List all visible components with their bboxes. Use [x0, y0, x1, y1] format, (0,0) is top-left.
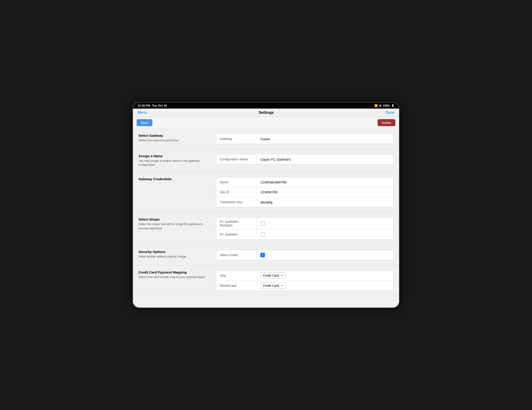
done-button[interactable]: Done [385, 110, 394, 115]
select-shops-section: Select Shops Select the shops that will … [133, 213, 399, 245]
section-title-shops: Select Shops [138, 217, 210, 221]
status-left: 12:38 PM Tue Oct 18 [138, 104, 167, 107]
cred-siteid-label: Site ID [216, 188, 257, 196]
nav-bar: Menu Settings Done [133, 109, 399, 117]
cred-siteid-input[interactable] [257, 188, 393, 196]
section-label-name: Assign a Name You may assign a unique na… [138, 154, 210, 167]
visa-row: Visa Credit Card Debit Card Gift Card [216, 270, 393, 281]
section-label-shops: Select Shops Select the shops that will … [138, 217, 210, 230]
config-name-row: Configuration Name [216, 154, 393, 164]
config-name-label: Configuration Name [216, 155, 257, 163]
save-button[interactable]: Save [137, 119, 152, 126]
cred-txkey-row: Transaction Key [216, 197, 393, 207]
gateway-field-value: Cayan [257, 135, 393, 143]
battery-percent: 100% [383, 104, 390, 107]
shop-rockport-checkbox-container [257, 219, 393, 228]
section-title-security: Security Options [138, 250, 210, 254]
allow-credits-checkbox[interactable] [260, 253, 265, 257]
shop-garfields-row: FC Garfield's [216, 230, 393, 240]
status-bar: 12:38 PM Tue Oct 18 📶 ⊕ 100% 🔋 [133, 102, 399, 109]
mastercard-row: MasterCard Credit Card Debit Card Gift C… [216, 281, 393, 291]
date-display: Tue Oct 18 [152, 104, 167, 107]
section-label-gateway: Select Gateway Select your payment proce… [138, 134, 210, 142]
nav-title: Settings [258, 110, 274, 115]
section-desc-name: You may assign a unique name to this gat… [138, 159, 210, 167]
allow-credits-checkbox-container [257, 251, 393, 260]
status-right: 📶 ⊕ 100% 🔋 [374, 104, 394, 107]
shop-garfields-checkbox[interactable] [260, 232, 265, 237]
gateway-field-row: Gateway Cayan [216, 134, 393, 144]
time-display: 12:38 PM [138, 104, 150, 107]
credentials-fields: Name Site ID Transaction Key [216, 177, 394, 207]
shop-garfields-checkbox-container [257, 230, 393, 239]
select-gateway-section: Select Gateway Select your payment proce… [133, 129, 399, 149]
main-content: Select Gateway Select your payment proce… [133, 129, 399, 308]
device-frame: 12:38 PM Tue Oct 18 📶 ⊕ 100% 🔋 Menu Sett… [133, 102, 399, 308]
section-title-cc-mapping: Credit Card Payment Mapping [138, 270, 210, 274]
toolbar: Save Delete [133, 117, 399, 129]
section-label-credentials: Gateway Credentials [138, 177, 210, 182]
credentials-section: Gateway Credentials Name Site ID Transac… [133, 172, 399, 213]
config-name-input[interactable] [257, 155, 393, 164]
mastercard-label: MasterCard [216, 282, 257, 290]
shops-fields: FC Garfield's - Rockport FC Garfield's [216, 217, 394, 240]
visa-select-container: Credit Card Debit Card Gift Card [257, 270, 393, 280]
section-label-security: Security Options Allow refunds without o… [138, 250, 210, 259]
shop-rockport-label: FC Garfield's - Rockport [216, 218, 257, 229]
section-title-credentials: Gateway Credentials [138, 177, 210, 181]
gateway-field-label: Gateway [216, 135, 257, 143]
allow-credits-row: Allow Credits [216, 250, 393, 260]
cc-mapping-fields: Visa Credit Card Debit Card Gift Card Ma… [216, 270, 394, 291]
cred-name-row: Name [216, 177, 393, 187]
gateway-fields: Gateway Cayan [216, 134, 394, 144]
section-label-cc-mapping: Credit Card Payment Mapping Select how c… [138, 270, 210, 279]
cc-mapping-section: Credit Card Payment Mapping Select how c… [133, 265, 399, 296]
cred-txkey-input[interactable] [257, 198, 393, 206]
section-title-name: Assign a Name [138, 154, 210, 158]
location-icon: ⊕ [379, 104, 381, 107]
cred-siteid-row: Site ID [216, 187, 393, 197]
section-title-gateway: Select Gateway [138, 134, 210, 137]
section-desc-shops: Select the shops that will be using this… [138, 222, 210, 230]
assign-name-section: Assign a Name You may assign a unique na… [133, 149, 399, 172]
section-desc-cc-mapping: Select how card brands map to your payme… [138, 275, 210, 279]
visa-select[interactable]: Credit Card Debit Card Gift Card [260, 272, 286, 279]
name-fields: Configuration Name [216, 154, 394, 164]
wifi-icon: 📶 [374, 104, 378, 107]
section-desc-security: Allow refunds without original charge [138, 255, 210, 259]
mastercard-select[interactable]: Credit Card Debit Card Gift Card [260, 282, 286, 289]
battery-icon: 🔋 [391, 104, 394, 107]
shop-rockport-checkbox[interactable] [260, 221, 265, 226]
cred-name-input[interactable] [257, 178, 393, 186]
security-options-section: Security Options Allow refunds without o… [133, 245, 399, 265]
section-desc-gateway: Select your payment processor [138, 138, 210, 142]
visa-label: Visa [216, 271, 257, 280]
allow-credits-label: Allow Credits [216, 251, 257, 259]
cred-name-label: Name [216, 178, 257, 186]
delete-button[interactable]: Delete [378, 119, 395, 126]
mastercard-select-container: Credit Card Debit Card Gift Card [257, 281, 393, 291]
cred-txkey-label: Transaction Key [216, 198, 257, 206]
menu-button[interactable]: Menu [138, 110, 147, 115]
shop-rockport-row: FC Garfield's - Rockport [216, 218, 393, 230]
shop-garfields-label: FC Garfield's [216, 231, 257, 239]
security-fields: Allow Credits [216, 250, 394, 260]
